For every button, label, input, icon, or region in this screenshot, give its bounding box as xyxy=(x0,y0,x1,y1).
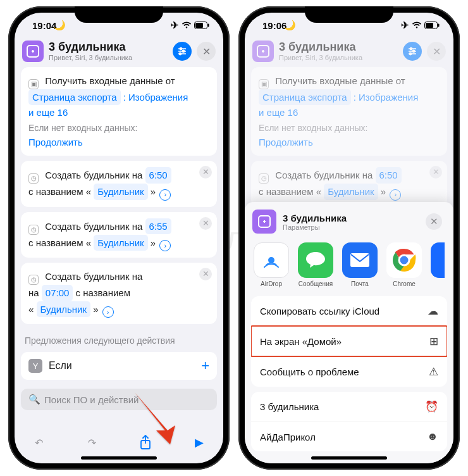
row-add-homescreen[interactable]: На экран «Домой» ⊞ xyxy=(251,326,447,356)
battery-icon xyxy=(194,22,209,29)
alarm-card-1[interactable]: ✕ ◷ Создать будильник на 6:50 с название… xyxy=(21,161,217,207)
input-icon: ▣ xyxy=(28,79,39,89)
clock-icon: ◷ xyxy=(28,275,39,285)
wifi-icon xyxy=(182,22,192,29)
svg-point-18 xyxy=(409,53,411,54)
chevron-right-icon[interactable]: › xyxy=(159,240,171,251)
airplane-icon: ✈︎ xyxy=(171,20,179,31)
remove-action-icon[interactable]: ✕ xyxy=(199,217,212,230)
remove-action-icon[interactable]: ✕ xyxy=(199,166,212,178)
svg-point-19 xyxy=(269,258,274,263)
close-button[interactable]: ✕ xyxy=(197,42,216,61)
svg-rect-12 xyxy=(438,24,440,27)
alarm-time[interactable]: 6:55 xyxy=(145,218,171,234)
settings-button[interactable] xyxy=(173,42,192,61)
svg-rect-20 xyxy=(350,253,369,267)
svg-point-7 xyxy=(182,50,184,52)
wifi-icon xyxy=(412,22,422,29)
add-icon[interactable]: + xyxy=(201,358,209,374)
settings-button[interactable] xyxy=(403,42,422,61)
sheet-close-icon[interactable]: ✕ xyxy=(426,213,442,230)
alarm-name[interactable]: Будильник xyxy=(94,235,147,251)
redo-button[interactable]: ↷ xyxy=(83,434,101,451)
chevron-right-icon[interactable]: › xyxy=(102,306,114,318)
share-chrome[interactable]: Chrome xyxy=(386,242,422,287)
svg-rect-1 xyxy=(195,23,203,28)
sheet-subtitle[interactable]: Параметры xyxy=(283,223,419,231)
close-button[interactable]: ✕ xyxy=(427,42,446,61)
shortcut-header: 3 будильника Привет, Siri, 3 будильника … xyxy=(15,38,223,67)
alarm-name[interactable]: Будильник xyxy=(94,184,147,199)
shortcut-app-icon xyxy=(22,41,44,62)
svg-point-16 xyxy=(410,47,412,49)
input-card[interactable]: ▣ Получить входные данные от Страница эк… xyxy=(21,67,217,156)
notch xyxy=(75,6,163,23)
shortcut-header: 3 будильника Привет, Siri, 3 будильника … xyxy=(245,38,453,67)
sheet-title: 3 будильника xyxy=(283,213,419,223)
clock-icon: ◷ xyxy=(28,225,39,235)
phone-right: 19:06 🌙 ✈︎ 3 будильника Привет, Siri, 3 … xyxy=(238,6,460,470)
page-subtitle: Привет, Siri, 3 будильника xyxy=(49,54,168,61)
svg-rect-2 xyxy=(208,24,209,27)
search-icon: 🔍 xyxy=(28,394,40,405)
continue-link[interactable]: Продолжить xyxy=(28,137,83,147)
page-subtitle: Привет, Siri, 3 будильника xyxy=(279,54,398,61)
sheet-app-icon xyxy=(252,210,276,234)
alarm-card-1: ✕ ◷ Создать будильник на 6:50 с название… xyxy=(251,161,447,207)
token-images[interactable]: Изображения xyxy=(128,92,188,103)
cloud-icon: ☁︎ xyxy=(428,304,438,318)
row-3-alarms[interactable]: 3 будильника ⏰ xyxy=(251,392,447,422)
clock-icon: ◷ xyxy=(28,173,39,184)
warning-icon: ⚠︎ xyxy=(429,365,438,379)
status-time: 19:06 xyxy=(262,20,286,31)
svg-rect-11 xyxy=(426,23,433,28)
svg-point-8 xyxy=(179,53,181,54)
share-sheet: 3 будильника Параметры ✕ AirDrop Сообщен… xyxy=(245,202,453,463)
home-indicator[interactable] xyxy=(311,456,387,460)
battery-icon xyxy=(424,22,440,29)
shortcut-app-icon xyxy=(252,41,274,62)
svg-point-6 xyxy=(180,47,182,49)
row-report[interactable]: Сообщить о проблеме ⚠︎ xyxy=(251,356,447,387)
svg-point-17 xyxy=(412,50,414,52)
notch xyxy=(305,6,393,23)
suggestion-if[interactable]: Y Если + xyxy=(21,352,217,380)
share-more[interactable] xyxy=(431,242,445,287)
input-label: Получить входные данные от xyxy=(45,75,175,86)
row-copy-icloud[interactable]: Скопировать ссылку iCloud ☁︎ xyxy=(251,296,447,326)
alarm-time[interactable]: 6:50 xyxy=(145,167,171,183)
suggestions-label: Предложения следующего действия xyxy=(21,329,217,347)
branch-icon: Y xyxy=(28,359,42,373)
run-button[interactable]: ▶ xyxy=(190,434,208,451)
alarm-card-3[interactable]: ✕ ◷ Создать будильник на на 07:00 с назв… xyxy=(21,263,217,324)
token-more[interactable]: и еще 16 xyxy=(28,107,68,118)
chevron-right-icon[interactable]: › xyxy=(159,189,171,201)
search-input[interactable]: 🔍 Поиск ПО и действий xyxy=(21,389,217,410)
alarm-icon: ⏰ xyxy=(425,400,438,413)
airplane-icon: ✈︎ xyxy=(401,20,409,31)
page-title: 3 будильника xyxy=(49,41,168,54)
alarm-name[interactable]: Будильник xyxy=(37,301,90,317)
noinput-label: Если нет входных данных: xyxy=(28,123,137,133)
plus-square-icon: ⊞ xyxy=(429,335,438,348)
home-indicator[interactable] xyxy=(81,456,157,460)
share-mail[interactable]: Почта xyxy=(342,242,378,287)
remove-action-icon[interactable]: ✕ xyxy=(199,268,212,280)
status-time: 19:04 xyxy=(32,20,56,31)
bottom-toolbar: ↶ ↷ ▶ xyxy=(15,430,223,454)
phone-left: 19:04 🌙 ✈︎ 3 будильника Привет, Siri, 3 … xyxy=(8,6,230,470)
alarm-card-2[interactable]: ✕ ◷ Создать будильник на 6:55 с название… xyxy=(21,212,217,258)
page-title: 3 будильника xyxy=(279,41,398,54)
share-airdrop[interactable]: AirDrop xyxy=(254,242,289,287)
share-button[interactable] xyxy=(137,434,154,451)
token-export[interactable]: Страница экспорта xyxy=(28,89,121,105)
undo-button[interactable]: ↶ xyxy=(30,434,47,451)
alarm-time[interactable]: 07:00 xyxy=(42,285,73,301)
row-fun[interactable]: АйДаПрикол ☻ xyxy=(251,422,447,451)
share-actions-list: Скопировать ссылку iCloud ☁︎ На экран «Д… xyxy=(251,296,447,387)
input-card: ▣ Получить входные данные от Страница эк… xyxy=(251,67,447,156)
share-messages[interactable]: Сообщения xyxy=(298,242,333,287)
smile-icon: ☻ xyxy=(427,430,438,443)
